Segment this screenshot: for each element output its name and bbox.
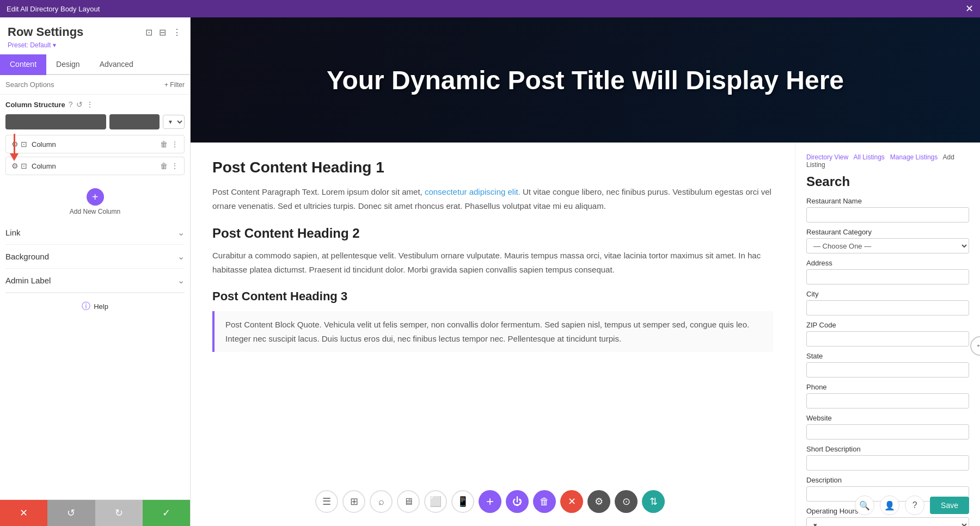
input-state[interactable] [806,362,969,378]
input-phone[interactable] [806,393,969,409]
tabs: Content Design Advanced [0,54,190,75]
accordion-link-header[interactable]: Link ⌄ [5,227,185,238]
floating-toolbar: ☰ ⊞ ⌕ 🖥 ⬜ 📱 + ⏻ 🗑 ✕ ⚙ ⊙ ⇅ [315,490,665,513]
column-item-2-left: ⚙ ⊡ Column [11,162,56,170]
toolbar-search-btn[interactable]: ⌕ [370,490,393,513]
left-column: Post Content Heading 1 Post Content Para… [191,143,795,526]
help-icon[interactable]: ? [69,100,73,109]
cancel-button[interactable]: ✕ [0,500,47,526]
input-address[interactable] [806,269,969,284]
toolbar-menu-btn[interactable]: ☰ [315,490,338,513]
preset-label: Preset: Default ▾ [8,41,182,49]
undo-icon[interactable]: ↺ [76,100,83,109]
bottom-help-btn[interactable]: ? [905,496,924,515]
add-column-button[interactable]: + Add New Column [5,183,185,221]
input-zip[interactable] [806,331,969,346]
copy-icon[interactable]: ⊡ [144,26,154,39]
column-block-large [5,114,106,129]
breadcrumb-all-listings[interactable]: All Listings [853,153,884,161]
more-icon[interactable]: ⋮ [171,26,182,39]
column-label-2: Column [32,162,56,170]
toolbar-close-btn[interactable]: ✕ [560,490,583,513]
content-blockquote: Post Content Block Quote. Vehicula velit… [212,311,773,352]
delete-icon-2[interactable]: 🗑 [160,162,168,170]
label-zip: ZIP Code [806,321,969,329]
column-select[interactable]: ▾ [163,115,185,129]
arrow-head [10,153,19,161]
toolbar-swap-btn[interactable]: ⇅ [642,490,665,513]
column-block-small [109,114,160,129]
column-structure-label: Column Structure [5,101,65,109]
undo-button[interactable]: ↺ [47,500,95,526]
help-section: ⓘ Help [5,293,185,320]
label-address: Address [806,259,969,267]
column-item-2: ⚙ ⊡ Column 🗑 ⋮ [5,157,185,175]
toolbar-add-btn[interactable]: + [479,490,501,513]
input-short-description[interactable] [806,455,969,471]
close-button[interactable]: ✕ [965,3,973,15]
top-bar: Edit All Directory Body Layout ✕ [0,0,980,17]
toolbar-grid-btn[interactable]: ⊞ [342,490,365,513]
accordion-link-chevron: ⌄ [177,227,185,238]
copy-icon-2[interactable]: ⊡ [21,162,27,170]
breadcrumb-manage[interactable]: Manage Listings [890,153,938,161]
accordion-admin-header[interactable]: Admin Label ⌄ [5,275,185,286]
save-button[interactable]: Save [930,497,969,514]
toolbar-settings-btn[interactable]: ⚙ [587,490,610,513]
tab-design[interactable]: Design [46,54,90,75]
label-restaurant-name: Restaurant Name [806,197,969,205]
content-para-1: Post Content Paragraph Text. Lorem ipsum… [212,185,773,213]
label-state: State [806,352,969,360]
accordion-background-chevron: ⌄ [177,251,185,262]
settings-icon-2[interactable]: ⚙ [11,162,19,170]
column-item-2-right: 🗑 ⋮ [160,162,179,170]
content-columns: Post Content Heading 1 Post Content Para… [191,143,980,526]
column-item-2-icons: ⚙ ⊡ [11,162,27,170]
tab-content[interactable]: Content [0,54,46,75]
input-restaurant-name[interactable] [806,207,969,222]
toolbar-delete-btn[interactable]: 🗑 [533,490,556,513]
more-icon-1[interactable]: ⋮ [171,140,179,148]
breadcrumb-directory[interactable]: Directory View [806,153,848,161]
bottom-user-btn[interactable]: 👤 [880,496,899,515]
label-short-description: Short Description [806,445,969,453]
search-bar: + Filter [0,75,190,95]
toolbar-power-btn[interactable]: ⏻ [506,490,529,513]
tab-advanced[interactable]: Advanced [90,54,143,75]
search-input[interactable] [5,81,160,89]
accordion-background-title: Background [5,252,49,261]
dots-icon[interactable]: ⋮ [86,100,94,109]
accordion-background-header[interactable]: Background ⌄ [5,251,185,262]
input-website[interactable] [806,424,969,440]
column-2-wrapper: ⚙ ⊡ Column 🗑 ⋮ [5,157,185,175]
toolbar-mobile-btn[interactable]: 📱 [451,490,474,513]
select-operating-hours[interactable]: ▾ [806,517,969,526]
red-arrow-indicator [10,134,19,161]
content-heading-1: Post Content Heading 1 [212,159,773,176]
bottom-search-btn[interactable]: 🔍 [855,496,874,515]
redo-button[interactable]: ↻ [95,500,143,526]
confirm-button[interactable]: ✓ [143,500,190,526]
label-website: Website [806,414,969,422]
toolbar-tablet-btn[interactable]: ⬜ [424,490,447,513]
input-city[interactable] [806,300,969,315]
help-circle-icon: ⓘ [82,301,90,312]
bottom-right-actions: 🔍 👤 ? Save [855,496,969,515]
more-icon-2[interactable]: ⋮ [171,162,179,170]
toolbar-target-btn[interactable]: ⊙ [615,490,638,513]
accordion-admin-label: Admin Label ⌄ [5,269,185,293]
accordion-admin-title: Admin Label [5,276,51,285]
label-phone: Phone [806,383,969,391]
filter-button[interactable]: + Filter [164,81,185,89]
hero-title: Your Dynamic Post Title Will Display Her… [327,65,844,95]
preset-dropdown[interactable]: ▾ [53,41,56,49]
sidebar-row-title: Row Settings ⊡ ⊟ ⋮ [8,25,182,39]
copy-icon-1[interactable]: ⊡ [21,140,27,148]
select-restaurant-category[interactable]: — Choose One — [806,238,969,253]
delete-icon-1[interactable]: 🗑 [160,140,168,148]
content-link[interactable]: consectetur adipiscing elit. [425,187,520,196]
content-para-2: Curabitur a commodo sapien, at pellentes… [212,249,773,276]
toolbar-desktop-btn[interactable]: 🖥 [397,490,420,513]
layout-icon[interactable]: ⊟ [158,26,167,39]
accordion-admin-chevron: ⌄ [177,275,185,286]
